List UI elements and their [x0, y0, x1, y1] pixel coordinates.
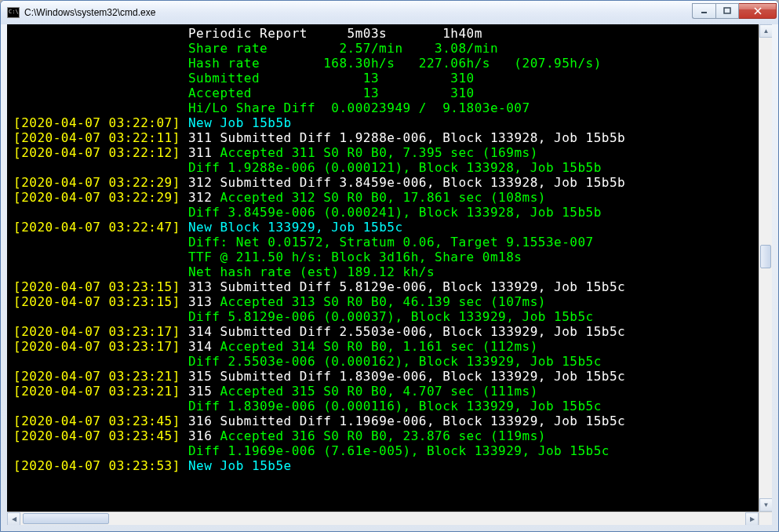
console-line: [2020-04-07 03:23:15] 313 Submitted Diff… [13, 279, 769, 294]
console-line: Diff 1.8309e-006 (0.000116), Block 13392… [13, 399, 769, 414]
console-line: [2020-04-07 03:22:07] New Job 15b5b [13, 115, 769, 130]
svg-rect-1 [724, 8, 730, 13]
scrollbar-corner [759, 512, 772, 525]
maximize-button[interactable] [715, 3, 739, 19]
scroll-left-button[interactable]: ◀ [7, 512, 20, 525]
vertical-scroll-track[interactable] [759, 38, 772, 498]
console-line: [2020-04-07 03:22:12] 311 Accepted 311 S… [13, 145, 769, 160]
console-line: [2020-04-07 03:22:29] 312 Accepted 312 S… [13, 190, 769, 205]
console-line: [2020-04-07 03:22:11] 311 Submitted Diff… [13, 130, 769, 145]
horizontal-scroll-thumb[interactable] [23, 513, 109, 524]
window-title: C:\Windows\system32\cmd.exe [24, 7, 692, 18]
scroll-down-button[interactable]: ▼ [759, 498, 772, 512]
console-line: [2020-04-07 03:23:45] 316 Submitted Diff… [13, 414, 769, 428]
close-button[interactable] [739, 3, 777, 19]
console-line: Diff 1.1969e-006 (7.61e-005), Block 1339… [13, 443, 769, 458]
console-line: Diff 1.9288e-006 (0.000121), Block 13392… [13, 160, 769, 175]
console-line: [2020-04-07 03:23:21] 315 Accepted 315 S… [13, 384, 769, 399]
titlebar[interactable]: C:\Windows\system32\cmd.exe [1, 1, 778, 24]
console-line: [2020-04-07 03:23:15] 313 Accepted 313 S… [13, 294, 769, 309]
console-line: Diff 5.8129e-006 (0.00037), Block 133929… [13, 309, 769, 324]
console-line: [2020-04-07 03:23:17] 314 Submitted Diff… [13, 324, 769, 339]
console-line: Net hash rate (est) 189.12 kh/s [13, 264, 769, 279]
console-line: [2020-04-07 03:23:17] 314 Accepted 314 S… [13, 339, 769, 354]
console-line: [2020-04-07 03:23:53] New Job 15b5e [13, 458, 769, 473]
console-line: [2020-04-07 03:23:21] 315 Submitted Diff… [13, 369, 769, 384]
console-line: [2020-04-07 03:22:47] New Block 133929, … [13, 220, 769, 235]
scroll-up-button[interactable]: ▲ [759, 24, 772, 38]
scroll-right-button[interactable]: ▶ [745, 512, 759, 525]
cmd-window: C:\Windows\system32\cmd.exe Periodic Rep… [0, 0, 779, 532]
console-line: Diff: Net 0.01572, Stratum 0.06, Target … [13, 235, 769, 250]
console-line: TTF @ 211.50 h/s: Block 3d16h, Share 0m1… [13, 250, 769, 264]
vertical-scroll-thumb[interactable] [760, 245, 771, 268]
minimize-button[interactable] [692, 3, 715, 19]
horizontal-scrollbar[interactable]: ◀ ▶ [7, 512, 759, 525]
console-line: [2020-04-07 03:22:29] 312 Submitted Diff… [13, 175, 769, 190]
console-line: Diff 3.8459e-006 (0.000241), Block 13392… [13, 205, 769, 220]
cmd-icon [7, 7, 20, 18]
console-output[interactable]: Periodic Report 5m03s 1h40m Share rate 2… [7, 24, 772, 475]
vertical-scrollbar[interactable]: ▲ ▼ [759, 24, 772, 512]
console-client-area: Periodic Report 5m03s 1h40m Share rate 2… [7, 24, 772, 525]
console-line: [2020-04-07 03:23:45] 316 Accepted 316 S… [13, 428, 769, 443]
console-line: Diff 2.5503e-006 (0.000162), Block 13392… [13, 354, 769, 369]
